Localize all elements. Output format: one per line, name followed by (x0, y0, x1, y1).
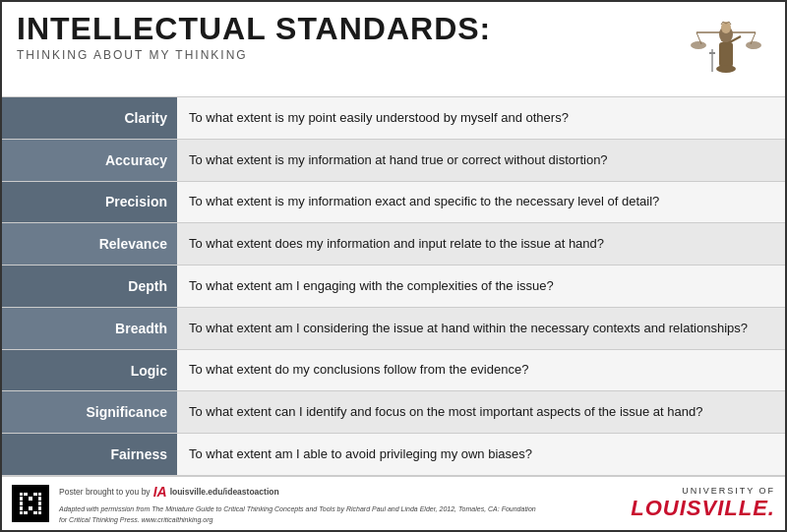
standard-row-breadth: BreadthTo what extent am I considering t… (2, 307, 785, 349)
standard-row-accuracy: AccuracyTo what extent is my information… (2, 139, 785, 181)
svg-rect-12 (709, 52, 715, 54)
footer-text-block: Poster brought to you by IA louisville.e… (59, 482, 621, 525)
footer-url: louisville.edu/ideastoaction (170, 486, 279, 499)
louisville-text: LOUISVILLE. (631, 496, 775, 521)
description-logic: To what extent do my conclusions follow … (177, 350, 785, 391)
page-subtitle: THINKING ABOUT MY THINKING (17, 48, 491, 62)
label-logic: Logic (2, 350, 177, 391)
description-significance: To what extent can I identify and focus … (177, 391, 785, 433)
justice-image (682, 12, 770, 90)
label-significance: Significance (2, 391, 177, 433)
svg-rect-7 (719, 42, 733, 67)
page-title: INTELLECTUAL STANDARDS: (17, 12, 491, 46)
ia-logo-text: IA (153, 482, 167, 502)
citation-line1: Adapted with permission from The Miniatu… (59, 504, 621, 515)
description-clarity: To what extent is my point easily unders… (177, 97, 785, 139)
standards-table: ClarityTo what extent is my point easily… (2, 96, 785, 476)
label-clarity: Clarity (2, 97, 177, 139)
description-breadth: To what extent am I considering the issu… (177, 308, 785, 349)
university-of-text: UNIVERSITY OF (682, 486, 775, 496)
description-fairness: To what extent am I able to avoid privil… (177, 434, 785, 475)
label-breadth: Breadth (2, 308, 177, 349)
qr-code (12, 485, 49, 522)
standard-row-significance: SignificanceTo what extent can I identif… (2, 390, 785, 433)
label-fairness: Fairness (2, 434, 177, 475)
description-depth: To what extent am I engaging with the co… (177, 266, 785, 307)
label-depth: Depth (2, 266, 177, 307)
justice-icon (687, 15, 765, 89)
label-precision: Precision (2, 182, 177, 223)
standard-row-logic: LogicTo what extent do my conclusions fo… (2, 349, 785, 391)
label-relevance: Relevance (2, 223, 177, 265)
description-relevance: To what extent does my information and i… (177, 223, 785, 265)
svg-point-4 (691, 41, 706, 49)
header-text: INTELLECTUAL STANDARDS: THINKING ABOUT M… (17, 12, 491, 62)
footer: Poster brought to you by IA louisville.e… (2, 476, 785, 530)
standard-row-relevance: RelevanceTo what extent does my informat… (2, 222, 785, 265)
page-wrapper: INTELLECTUAL STANDARDS: THINKING ABOUT M… (0, 0, 787, 532)
header: INTELLECTUAL STANDARDS: THINKING ABOUT M… (2, 2, 785, 96)
description-precision: To what extent is my information exact a… (177, 182, 785, 223)
poster-text: Poster brought to you by (59, 486, 151, 499)
standard-row-fairness: FairnessTo what extent am I able to avoi… (2, 433, 785, 476)
standard-row-depth: DepthTo what extent am I engaging with t… (2, 265, 785, 307)
label-accuracy: Accuracy (2, 140, 177, 181)
standard-row-clarity: ClarityTo what extent is my point easily… (2, 96, 785, 139)
university-logo-block: UNIVERSITY OF LOUISVILLE. (631, 486, 775, 521)
standard-row-precision: PrecisionTo what extent is my informatio… (2, 181, 785, 223)
svg-point-5 (746, 41, 761, 49)
svg-point-8 (716, 65, 736, 73)
citation-line2: for Critical Thinking Press. www.critica… (59, 515, 621, 526)
description-accuracy: To what extent is my information at hand… (177, 140, 785, 181)
